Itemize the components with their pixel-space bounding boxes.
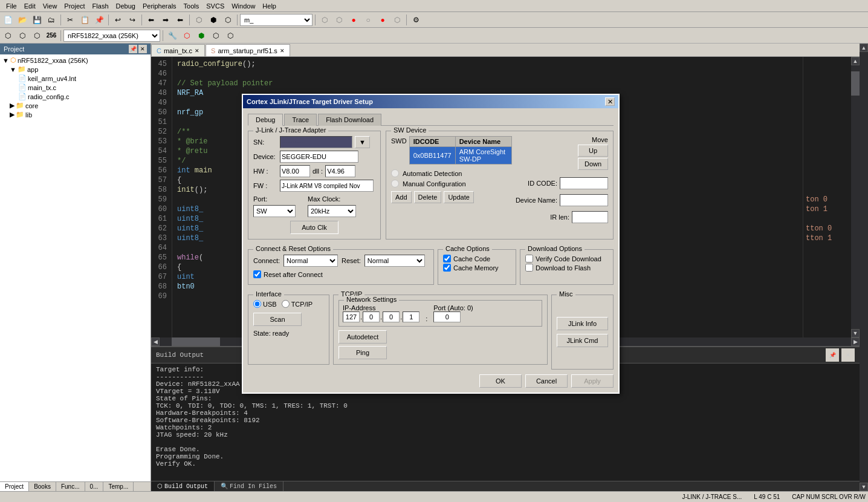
fw-input[interactable] — [280, 180, 374, 192]
ir-len-input[interactable] — [572, 211, 608, 223]
scroll-down-btn[interactable]: ▼ — [851, 329, 860, 337]
build-scroll-up[interactable]: ▲ — [860, 44, 868, 52]
tb2-btn1[interactable]: ⬡ — [1, 29, 15, 42]
save-all-btn[interactable]: 🗂 — [45, 13, 58, 27]
tb2-btn3[interactable]: ⬡ — [30, 29, 44, 42]
hscroll-left-btn[interactable]: ◀ — [151, 337, 160, 346]
scroll-thumb[interactable] — [851, 71, 860, 96]
new-btn[interactable]: 📄 — [1, 13, 15, 27]
add-btn[interactable]: Add — [391, 191, 412, 203]
tab-main-tx[interactable]: C main_tx.c ✕ — [151, 44, 205, 56]
redo-btn[interactable]: ↪ — [126, 13, 139, 27]
tab-close-icon[interactable]: ✕ — [195, 48, 199, 54]
menu-view[interactable]: View — [39, 1, 61, 11]
jlink-info-btn[interactable]: JLink Info — [557, 317, 608, 330]
menu-tools[interactable]: Tools — [180, 1, 203, 11]
build-tab-output[interactable]: ⬡ Build Output — [151, 481, 215, 491]
panel-pin[interactable]: 📌 — [129, 45, 137, 53]
tb2-btn8[interactable]: ⬡ — [209, 29, 222, 42]
proj-tab-temp[interactable]: Temp... — [103, 482, 134, 491]
apply-btn[interactable]: Apply — [571, 374, 614, 388]
tree-core[interactable]: ▶ 📁 core — [1, 101, 149, 110]
maxclock-select[interactable]: 20kHz — [308, 205, 356, 217]
dlg-tab-trace[interactable]: Trace — [284, 114, 317, 126]
menu-svcs[interactable]: SVCS — [202, 1, 228, 11]
build-close-btn[interactable]: ✕ — [841, 348, 855, 362]
download-flash-check[interactable] — [525, 264, 533, 272]
menu-project[interactable]: Project — [60, 1, 88, 11]
menu-edit[interactable]: Edit — [21, 1, 39, 11]
debug3-btn[interactable]: ● — [347, 13, 360, 27]
menu-help[interactable]: Help — [259, 1, 280, 11]
ping-btn[interactable]: Ping — [338, 346, 387, 359]
proj-tab-project[interactable]: Project — [0, 482, 29, 491]
device-input[interactable] — [280, 151, 358, 163]
sn-dropdown[interactable]: ▼ — [355, 136, 370, 148]
port-input[interactable] — [433, 311, 461, 322]
update-btn[interactable]: Update — [444, 191, 473, 203]
ip-octet-1[interactable] — [343, 311, 360, 322]
cancel-btn[interactable]: Cancel — [525, 374, 568, 388]
reset-select[interactable]: Normal — [364, 255, 425, 267]
move-up-btn[interactable]: Up — [578, 145, 608, 157]
jlink-cmd-btn[interactable]: JLink Cmd — [557, 334, 608, 347]
nav-btn1[interactable]: ⬅ — [144, 13, 158, 27]
build-vscrollbar[interactable]: ▲ ▼ — [860, 44, 868, 491]
copy-btn[interactable]: 📋 — [78, 13, 91, 27]
sn-input[interactable] — [280, 136, 352, 148]
tree-root[interactable]: ▼ ⬡ nRF51822_xxaa (256K) — [1, 56, 149, 65]
nav-btn3[interactable]: ⬅ — [173, 13, 187, 27]
debug6-btn[interactable]: ⬡ — [390, 13, 404, 27]
build-pin-btn[interactable]: 📌 — [826, 348, 839, 362]
menu-window[interactable]: Window — [228, 1, 259, 11]
save-btn[interactable]: 💾 — [30, 13, 44, 27]
proj-tab-books[interactable]: Books — [29, 482, 56, 491]
usb-radio[interactable] — [253, 300, 261, 308]
cache-code-check[interactable] — [443, 255, 451, 262]
proj-tab-0[interactable]: 0... — [85, 482, 104, 491]
tab-startup-close[interactable]: ✕ — [280, 48, 285, 54]
tb2-btn2[interactable]: ⬡ — [16, 29, 29, 42]
hscroll-thumb[interactable] — [172, 337, 220, 346]
dlg-tab-debug[interactable]: Debug — [248, 114, 283, 126]
dll-input[interactable] — [325, 165, 355, 177]
paste-btn[interactable]: 📌 — [92, 13, 106, 27]
ip-octet-2[interactable] — [363, 311, 380, 322]
proj-tab-func[interactable]: Func... — [56, 482, 85, 491]
build-scroll-down[interactable]: ▼ — [860, 483, 868, 491]
build-btn[interactable]: ⬡ — [192, 13, 206, 27]
scan-btn[interactable]: Scan — [253, 313, 302, 326]
menu-file[interactable]: File — [2, 1, 21, 11]
tb2-btn5[interactable]: 🔧 — [166, 29, 179, 42]
id-code-input[interactable] — [560, 177, 608, 189]
editor-vscrollbar[interactable]: ▲ ▼ — [851, 57, 860, 337]
open-btn[interactable]: 📂 — [16, 13, 29, 27]
ok-btn[interactable]: OK — [479, 374, 522, 388]
sw-table-row-1[interactable]: 0x0BB11477 ARM CoreSight SW-DP — [409, 147, 511, 165]
dialog-close-btn[interactable]: ✕ — [605, 97, 615, 106]
menu-debug[interactable]: Debug — [112, 1, 139, 11]
project-combo[interactable]: nRF51822_xxaa (256K) — [63, 30, 160, 42]
tree-keil[interactable]: 📄 keil_arm_uv4.lnt — [1, 74, 149, 83]
undo-btn[interactable]: ↩ — [111, 13, 125, 27]
debug5-btn[interactable]: ● — [376, 13, 389, 27]
tb2-btn4[interactable]: 256 — [45, 29, 58, 42]
debug4-btn[interactable]: ○ — [361, 13, 375, 27]
tree-radio[interactable]: 📄 radio_config.c — [1, 92, 149, 101]
build-tab-find[interactable]: 🔍 Find In Files — [215, 481, 283, 491]
tb2-btn7[interactable]: ⬢ — [195, 29, 208, 42]
cache-memory-check[interactable] — [443, 264, 451, 272]
auto-detect-radio[interactable] — [391, 169, 399, 177]
reset-after-connect-check[interactable] — [253, 270, 261, 278]
hw-input[interactable] — [280, 165, 310, 177]
debug2-btn[interactable]: ⬡ — [332, 13, 346, 27]
cut-btn[interactable]: ✂ — [63, 13, 77, 27]
verify-code-check[interactable] — [525, 255, 533, 262]
panel-close[interactable]: ✕ — [138, 45, 147, 53]
usb-radio-label[interactable]: USB — [253, 300, 277, 308]
move-down-btn[interactable]: Down — [578, 158, 608, 170]
delete-btn[interactable]: Delete — [414, 191, 442, 203]
menu-flash[interactable]: Flash — [89, 1, 112, 11]
autodetect-btn[interactable]: Autodetect — [338, 330, 387, 344]
tb2-btn6[interactable]: ⬡ — [180, 29, 193, 42]
